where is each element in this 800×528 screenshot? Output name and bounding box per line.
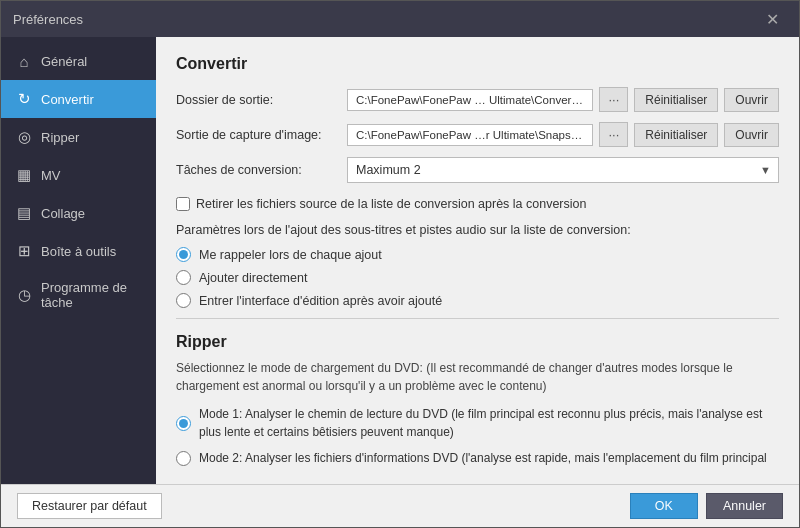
dossier-ouvrir-button[interactable]: Ouvrir [724,88,779,112]
retirer-label[interactable]: Retirer les fichiers source de la liste … [196,197,586,211]
sortie-dots-button[interactable]: ··· [599,122,628,147]
sidebar-label-general: Général [41,54,87,69]
restore-defaults-button[interactable]: Restaurer par défaut [17,493,162,519]
radio-rappeler-label[interactable]: Me rappeler lors de chaque ajout [199,248,382,262]
collage-icon: ▤ [15,204,33,222]
radio-mode2[interactable] [176,451,191,466]
retirer-checkbox[interactable] [176,197,190,211]
dossier-sortie-row: Dossier de sortie: C:\FonePaw\FonePaw … … [176,87,779,112]
content-area: ⌂ Général ↻ Convertir ◎ Ripper ▦ MV ▤ Co… [1,37,799,484]
sidebar-label-programme: Programme de tâche [41,280,142,310]
sortie-reinitialiser-button[interactable]: Réinitialiser [634,123,718,147]
sidebar-item-convertir[interactable]: ↻ Convertir [1,80,156,118]
radio-row-1: Me rappeler lors de chaque ajout [176,247,779,262]
title-bar: Préférences ✕ [1,1,799,37]
sidebar-label-convertir: Convertir [41,92,94,107]
main-panel: Convertir Dossier de sortie: C:\FonePaw\… [156,37,799,484]
section-convertir-title: Convertir [176,55,779,73]
dossier-path: C:\FonePaw\FonePaw … Ultimate\Converted [347,89,593,111]
footer-actions: OK Annuler [630,493,783,519]
mv-icon: ▦ [15,166,33,184]
ripper-icon: ◎ [15,128,33,146]
ripper-radio-row-1: Mode 1: Analyser le chemin de lecture du… [176,405,779,441]
dossier-dots-button[interactable]: ··· [599,87,628,112]
sortie-label: Sortie de capture d'image: [176,128,341,142]
sortie-capture-row: Sortie de capture d'image: C:\FonePaw\Fo… [176,122,779,147]
sidebar-label-ripper: Ripper [41,130,79,145]
boite-icon: ⊞ [15,242,33,260]
sidebar: ⌂ Général ↻ Convertir ◎ Ripper ▦ MV ▤ Co… [1,37,156,484]
radio-mode1[interactable] [176,416,191,431]
taches-select-wrapper: Maximum 1 Maximum 2 Maximum 3 Maximum 4 … [347,157,779,183]
sidebar-item-collage[interactable]: ▤ Collage [1,194,156,232]
radio-directement-label[interactable]: Ajouter directement [199,271,307,285]
convertir-icon: ↻ [15,90,33,108]
ripper-description: Sélectionnez le mode de chargement du DV… [176,359,779,395]
dossier-reinitialiser-button[interactable]: Réinitialiser [634,88,718,112]
sidebar-item-ripper[interactable]: ◎ Ripper [1,118,156,156]
section-ripper-title: Ripper [176,333,779,351]
radio-group-ripper: Mode 1: Analyser le chemin de lecture du… [176,405,779,467]
radio-row-3: Entrer l'interface d'édition après avoir… [176,293,779,308]
taches-select[interactable]: Maximum 1 Maximum 2 Maximum 3 Maximum 4 [347,157,779,183]
sidebar-item-programme[interactable]: ◷ Programme de tâche [1,270,156,320]
checkbox-retirer-row: Retirer les fichiers source de la liste … [176,197,779,211]
home-icon: ⌂ [15,53,33,70]
radio-group-ajout: Me rappeler lors de chaque ajout Ajouter… [176,247,779,308]
taches-label: Tâches de conversion: [176,163,341,177]
radio-edition-label[interactable]: Entrer l'interface d'édition après avoir… [199,294,442,308]
close-button[interactable]: ✕ [758,6,787,33]
ripper-radio-row-2: Mode 2: Analyser les fichiers d'informat… [176,449,779,467]
programme-icon: ◷ [15,286,33,304]
params-description: Paramètres lors de l'ajout des sous-titr… [176,223,779,237]
taches-row: Tâches de conversion: Maximum 1 Maximum … [176,157,779,183]
sidebar-label-boite: Boîte à outils [41,244,116,259]
radio-rappeler[interactable] [176,247,191,262]
radio-edition[interactable] [176,293,191,308]
radio-mode2-label[interactable]: Mode 2: Analyser les fichiers d'informat… [199,449,767,467]
section-divider [176,318,779,319]
preferences-window: Préférences ✕ ⌂ Général ↻ Convertir ◎ Ri… [0,0,800,528]
radio-directement[interactable] [176,270,191,285]
sidebar-item-boite[interactable]: ⊞ Boîte à outils [1,232,156,270]
radio-row-2: Ajouter directement [176,270,779,285]
window-title: Préférences [13,12,83,27]
sidebar-label-collage: Collage [41,206,85,221]
sortie-ouvrir-button[interactable]: Ouvrir [724,123,779,147]
sidebar-label-mv: MV [41,168,61,183]
footer: Restaurer par défaut OK Annuler [1,484,799,527]
radio-mode1-label[interactable]: Mode 1: Analyser le chemin de lecture du… [199,405,779,441]
sortie-path: C:\FonePaw\FonePaw …r Ultimate\Snapshot [347,124,593,146]
ok-button[interactable]: OK [630,493,698,519]
dossier-label: Dossier de sortie: [176,93,341,107]
sidebar-item-mv[interactable]: ▦ MV [1,156,156,194]
sidebar-item-general[interactable]: ⌂ Général [1,43,156,80]
cancel-button[interactable]: Annuler [706,493,783,519]
